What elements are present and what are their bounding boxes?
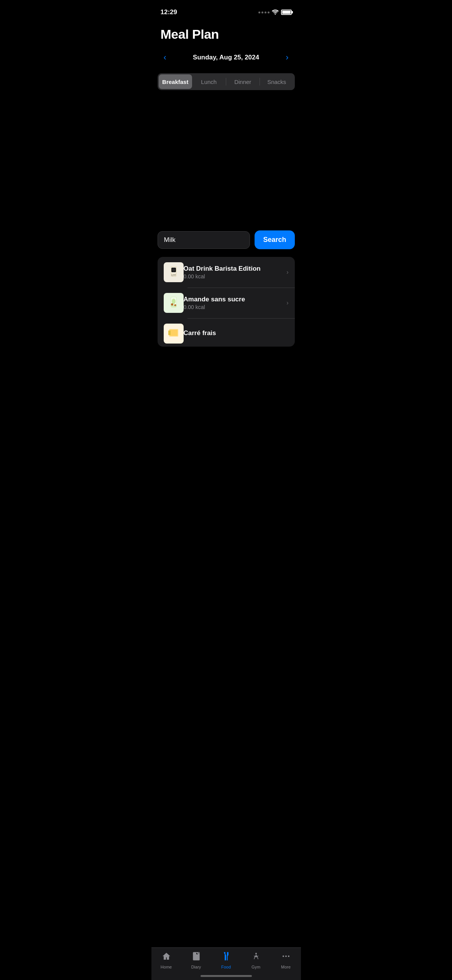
status-time: 12:29	[161, 8, 177, 16]
search-area: Search	[151, 224, 301, 254]
svg-text:LY!: LY!	[171, 273, 176, 277]
tab-dinner[interactable]: Dinner	[226, 74, 260, 89]
status-icons	[258, 9, 292, 16]
result-name-2: Amande sans sucre	[184, 296, 284, 303]
empty-content-area	[151, 90, 301, 224]
svg-point-9	[172, 299, 176, 304]
list-item[interactable]: Carré frais	[158, 318, 295, 347]
prev-date-button[interactable]: ‹	[161, 51, 169, 64]
page-title-section: Meal Plan	[151, 19, 301, 48]
svg-point-5	[172, 268, 175, 271]
current-date: Sunday, Aug 25, 2024	[193, 54, 259, 61]
svg-point-10	[171, 303, 173, 306]
search-results-list: LY! Oat Drink Barista Edition 0.00 kcal …	[158, 257, 295, 347]
next-date-button[interactable]: ›	[283, 51, 291, 64]
product-image-oat: LY!	[164, 262, 184, 282]
tab-breakfast[interactable]: Breakfast	[159, 74, 192, 89]
search-input-wrapper[interactable]	[158, 231, 250, 249]
result-info-3: Carré frais	[184, 329, 289, 338]
product-image-carre	[164, 324, 184, 344]
chevron-right-icon: ›	[286, 299, 288, 306]
list-item[interactable]: Amande sans sucre 0.00 kcal ›	[158, 288, 295, 318]
page-title: Meal Plan	[161, 27, 292, 42]
search-button[interactable]: Search	[255, 230, 294, 249]
tab-snacks[interactable]: Snacks	[260, 74, 294, 89]
result-name-3: Carré frais	[184, 329, 289, 337]
svg-rect-14	[170, 330, 178, 336]
result-kcal-2: 0.00 kcal	[184, 304, 284, 310]
chevron-right-icon: ›	[286, 269, 288, 276]
result-kcal-1: 0.00 kcal	[184, 273, 284, 280]
list-item[interactable]: LY! Oat Drink Barista Edition 0.00 kcal …	[158, 257, 295, 288]
result-info-2: Amande sans sucre 0.00 kcal	[184, 296, 284, 310]
svg-point-11	[174, 304, 176, 306]
tab-lunch[interactable]: Lunch	[192, 74, 226, 89]
result-name-1: Oat Drink Barista Edition	[184, 265, 284, 273]
date-navigation: ‹ Sunday, Aug 25, 2024 ›	[151, 48, 301, 70]
result-info-1: Oat Drink Barista Edition 0.00 kcal	[184, 265, 284, 280]
battery-icon	[281, 10, 292, 15]
svg-rect-15	[168, 331, 171, 335]
meal-tabs: Breakfast Lunch Dinner Snacks	[158, 73, 295, 90]
signal-icon	[258, 12, 270, 13]
status-bar: 12:29	[151, 0, 301, 19]
wifi-icon	[272, 9, 279, 16]
search-input[interactable]	[164, 236, 244, 244]
product-image-almond	[164, 293, 184, 313]
